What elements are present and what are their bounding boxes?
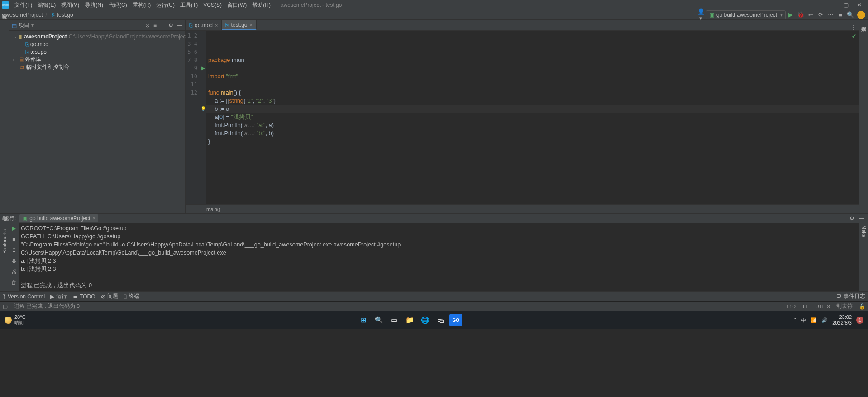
menu-help[interactable]: 帮助(H)	[249, 1, 273, 9]
tree-file-testgo[interactable]: ⎘ test.go	[9, 48, 185, 56]
tool-todo[interactable]: ≔TODO	[72, 293, 95, 300]
run-console[interactable]: GOROOT=C:\Program Files\Go #gosetup GOPA…	[19, 223, 859, 291]
attach-icon[interactable]: ⋯	[825, 11, 835, 18]
tree-file-gomod[interactable]: ⎘ go.mod	[9, 40, 185, 48]
avatar[interactable]	[857, 11, 865, 19]
menu-refactor[interactable]: 重构(R)	[130, 1, 154, 9]
editor-tab-testgo[interactable]: ⎘ test.go ×	[222, 20, 256, 30]
left-tab-project[interactable]: 项目	[1, 21, 8, 24]
taskbar-clock[interactable]: 23:02 2022/8/3	[832, 314, 852, 326]
right-tab-database[interactable]: 数据库	[860, 21, 867, 24]
notifications-icon[interactable]: 1	[856, 317, 863, 324]
goland-icon[interactable]: GO	[449, 314, 462, 326]
inspections-ok-icon[interactable]: ✔	[852, 32, 856, 40]
breadcrumb-project[interactable]: awesomeProject	[3, 12, 43, 18]
stop-run-icon[interactable]: ■	[12, 236, 15, 242]
chevron-down-icon[interactable]: ⌄	[13, 33, 17, 40]
menu-edit[interactable]: 编辑(E)	[35, 1, 58, 9]
profile-icon[interactable]: ⟳	[816, 11, 825, 18]
hide-panel-icon[interactable]: —	[177, 22, 182, 28]
indent-info[interactable]: 制表符	[836, 303, 853, 310]
tool-version-control[interactable]: ᛉVersion Control	[3, 293, 45, 300]
system-tray[interactable]: ˄ 中 📶 🔊 23:02 2022/8/3 1	[794, 314, 863, 326]
run-settings-icon[interactable]: ⚙	[849, 215, 854, 222]
editor-tab-gomod[interactable]: ⎘ go.mod ×	[186, 20, 222, 30]
debug-icon[interactable]: 🐞	[796, 11, 806, 18]
stop-icon[interactable]: ■	[835, 11, 845, 18]
tool-terminal[interactable]: ⌷终端	[124, 293, 139, 300]
trash-icon[interactable]: 🗑	[11, 279, 17, 286]
gear-icon[interactable]: ⚙	[168, 22, 173, 28]
tool-windows-icon[interactable]: ▢	[3, 303, 8, 310]
code-editor[interactable]: ✔ package main import "fmt" func main() …	[206, 31, 859, 204]
tree-external-libs[interactable]: › ⌸ 外部库	[9, 56, 185, 63]
right-tool-strip: 数据库	[859, 20, 868, 213]
left-tab-bookmarks[interactable]: Bookmarks	[2, 229, 7, 254]
store-icon[interactable]: 🛍	[434, 314, 447, 326]
tree-root[interactable]: ⌄ ▮ awesomeProject C:\Users\Happy\Goland…	[9, 33, 185, 40]
caret-position[interactable]: 11:2	[787, 304, 796, 309]
right-tab-make[interactable]: Make	[861, 225, 867, 237]
close-tab-icon[interactable]: ×	[215, 23, 218, 28]
up-icon[interactable]: ↥	[12, 247, 16, 253]
menu-file[interactable]: 文件(F)	[12, 1, 35, 9]
menu-tools[interactable]: 工具(T)	[177, 1, 200, 9]
tool-problems[interactable]: ⊘问题	[101, 293, 118, 300]
project-tree[interactable]: ⌄ ▮ awesomeProject C:\Users\Happy\Goland…	[9, 31, 185, 73]
editor-gutter[interactable]: ▶ 💡	[200, 31, 206, 204]
rerun-icon[interactable]: ▶	[12, 225, 16, 232]
file-encoding[interactable]: UTF-8	[815, 304, 830, 309]
bulb-icon[interactable]: 💡	[200, 105, 206, 113]
menu-vcs[interactable]: VCS(S)	[200, 2, 224, 8]
search-icon[interactable]: 🔍	[845, 11, 855, 18]
tool-run[interactable]: ▶运行	[50, 293, 67, 300]
tray-overflow-icon[interactable]: ˄	[794, 317, 796, 323]
menu-window[interactable]: 窗口(W)	[224, 1, 249, 9]
task-view-icon[interactable]: ▭	[388, 314, 401, 326]
collapse-all-icon[interactable]: ≣	[160, 22, 165, 28]
project-view-dropdown-icon[interactable]: ▾	[31, 22, 34, 28]
menu-view[interactable]: 视图(V)	[58, 1, 82, 9]
run-gutter-icon[interactable]: ▶	[200, 64, 206, 72]
chevron-right-icon[interactable]: ›	[13, 57, 18, 63]
library-icon: ⌸	[20, 57, 23, 63]
tree-scratches[interactable]: ⧉ 临时文件和控制台	[9, 63, 185, 71]
down-icon[interactable]: ⇊	[12, 258, 16, 264]
close-button[interactable]: ✕	[853, 2, 866, 8]
close-tab-icon[interactable]: ×	[250, 22, 253, 28]
edge-icon[interactable]: 🌐	[419, 314, 431, 326]
project-panel-title[interactable]: 项目	[19, 21, 29, 29]
run-icon[interactable]: ▶	[786, 11, 796, 18]
line-separator[interactable]: LF	[803, 304, 809, 309]
minimize-button[interactable]: —	[825, 2, 839, 8]
taskbar-weather[interactable]: 28°C 晴朗	[5, 314, 26, 326]
menu-code[interactable]: 代码(C)	[106, 1, 130, 9]
close-run-tab-icon[interactable]: ×	[92, 215, 95, 222]
moon-icon	[5, 317, 12, 324]
taskbar-search-icon[interactable]: 🔍	[372, 314, 385, 326]
maximize-button[interactable]: ▢	[839, 2, 853, 8]
expand-all-icon[interactable]: ≡	[153, 22, 157, 28]
editor-tab-menu-icon[interactable]: ⋮	[848, 24, 859, 30]
coverage-icon[interactable]: ⤺	[806, 11, 816, 18]
breadcrumb[interactable]: awesomeProject 〉 ⎘ test.go	[3, 11, 73, 19]
run-tool-tab[interactable]: ▣ go build awesomeProject ×	[19, 214, 98, 222]
project-panel: ▤ 项目 ▾ ⊙ ≡ ≣ ⚙ — ⌄ ▮ awesomeProject C:\U…	[9, 20, 186, 213]
volume-icon[interactable]: 🔊	[821, 317, 828, 323]
menu-run[interactable]: 运行(U)	[153, 1, 177, 9]
run-config-dropdown[interactable]: ▣ go build awesomeProject	[706, 10, 786, 19]
user-dropdown-icon[interactable]: 👤▾	[696, 8, 706, 22]
select-opened-icon[interactable]: ⊙	[145, 22, 150, 28]
tree-root-path: C:\Users\Happy\GolandProjects\awesomePro…	[69, 33, 187, 40]
file-explorer-icon[interactable]: 📁	[403, 314, 416, 326]
read-lock-icon[interactable]: 🔓	[859, 303, 865, 310]
editor-breadcrumb[interactable]: main()	[186, 204, 859, 213]
hide-run-icon[interactable]: —	[859, 215, 864, 222]
menu-navigate[interactable]: 导航(N)	[82, 1, 106, 9]
breadcrumb-file[interactable]: test.go	[57, 12, 73, 18]
wifi-icon[interactable]: 📶	[811, 317, 817, 323]
tool-event-log[interactable]: 🗨事件日志	[836, 293, 865, 300]
start-button[interactable]: ⊞	[357, 314, 370, 326]
ime-indicator[interactable]: 中	[801, 317, 806, 324]
export-icon[interactable]: 🖨	[11, 269, 17, 275]
